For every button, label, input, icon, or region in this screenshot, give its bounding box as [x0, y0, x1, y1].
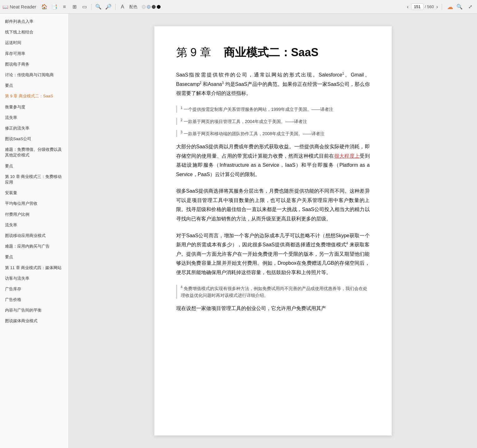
- search-icon-1[interactable]: 🔍: [94, 2, 103, 11]
- current-page-input[interactable]: [411, 3, 424, 10]
- toolbar: 📖 Neat Reader 🏠 📑 ≡ ⊞ ▭ 🔍 🔎 A 配色 ‹ / 560…: [0, 0, 477, 14]
- list-icon[interactable]: ≡: [60, 2, 69, 11]
- grid-icon[interactable]: ⊞: [70, 2, 79, 11]
- sidebar-item-online-offline[interactable]: 线下线上相结合: [0, 27, 68, 37]
- library-icon[interactable]: 🏠: [40, 2, 49, 11]
- page-icon[interactable]: ▭: [80, 2, 89, 11]
- sidebar-item-points-3[interactable]: 要点: [0, 252, 68, 262]
- footnote-1: 1 一个提供按需定制客户关系管理服务的网站，1999年成立于美国。——译者注: [176, 106, 370, 113]
- footnote-2: 2 一款基于网页的项目管理工具，2004年成立于美国。——译者注: [176, 118, 370, 125]
- sidebar-item-chapter11[interactable]: 第 11 章 商业模式四：媒体网站: [0, 263, 68, 273]
- sidebar: 邮件列表点入率 线下线上相结合 运送时间 库存可用率 图说电子商务 讨论：传统电…: [0, 14, 69, 448]
- paragraph-4: 对于SaaS公司而言，增加一个客户的边际成本几乎可以忽略不计（想想Skype获取…: [176, 231, 370, 277]
- sidebar-item-installs[interactable]: 安装量: [0, 188, 68, 198]
- page: 第 9 章 商业模式二：SaaS SaaS指按需提供软件的公司，通常以网站的形式…: [154, 26, 392, 436]
- sidebar-item-visitors[interactable]: 访客与流失率: [0, 273, 68, 284]
- sidebar-item-stock[interactable]: 库存可用率: [0, 48, 68, 59]
- sidebar-item-delivery-time[interactable]: 运送时间: [0, 37, 68, 48]
- footnote-4: 4 免费增值模式的实现有很多种方法，例如免费试用尚不完善的产品或使用优惠券等，我…: [176, 285, 370, 299]
- paragraph-3: 很多SaaS提供商选择将其服务分层出售，月费也随所提供功能的不同而不同。这种差异…: [176, 186, 370, 223]
- sidebar-item-points-1[interactable]: 要点: [0, 80, 68, 91]
- sidebar-item-ad-inventory[interactable]: 广告库存: [0, 284, 68, 294]
- color-options: [142, 5, 161, 9]
- sidebar-item-freemium[interactable]: 难题：免费增值、分级收费以及其他定价模式: [0, 144, 68, 160]
- separator-3: [442, 4, 442, 10]
- app-brand: 📖 Neat Reader: [2, 4, 36, 10]
- sidebar-item-churn-adjusted[interactable]: 修正的流失率: [0, 123, 68, 134]
- main-layout: 邮件列表点入率 线下线上相结合 运送时间 库存可用率 图说电子商务 讨论：传统电…: [0, 14, 477, 448]
- sidebar-item-mail-rate[interactable]: 邮件列表点入率: [0, 16, 68, 27]
- fullscreen-icon[interactable]: ⤢: [466, 2, 475, 11]
- sidebar-item-iap[interactable]: 难题：应用内购买与广告: [0, 241, 68, 252]
- underlined-phrase: 很大程度上: [334, 153, 360, 159]
- prev-page-button[interactable]: ‹: [405, 3, 410, 11]
- color-dot-dark[interactable]: [152, 5, 156, 9]
- separator-1: [91, 4, 92, 10]
- content-area[interactable]: 第 9 章 商业模式二：SaaS SaaS指按需提供软件的公司，通常以网站的形式…: [69, 14, 477, 448]
- paragraph-2: 大部分的SaaS提供商以月费或年费的形式获取收益。一些提供商会按实际硬件消耗，即…: [176, 142, 370, 179]
- font-size-icon[interactable]: A: [118, 2, 127, 11]
- color-dot-black[interactable]: [157, 5, 161, 9]
- sidebar-item-ad-price[interactable]: 广告价格: [0, 294, 68, 305]
- sidebar-item-ecommerce-discussion[interactable]: 讨论：传统电商与订阅电商: [0, 70, 68, 80]
- footnote-3: 3 一款基于网页和移动端的团队协作工具，2008年成立于美国。——译者注: [176, 130, 370, 137]
- color-dot-blue[interactable]: [147, 5, 151, 9]
- next-page-button[interactable]: ›: [435, 3, 439, 11]
- sidebar-item-chapter9[interactable]: 第 9 章 商业模式二：SaaS: [0, 91, 68, 101]
- sidebar-item-points-2[interactable]: 要点: [0, 161, 68, 171]
- toolbar-search-icon[interactable]: 🔍: [455, 2, 464, 11]
- sidebar-item-media-illustration[interactable]: 图说媒体商业模式: [0, 316, 68, 326]
- sidebar-item-churn-1[interactable]: 流失率: [0, 112, 68, 123]
- bookmark-icon[interactable]: 📑: [50, 2, 59, 11]
- toolbar-right: ☁ 🔍 ⤢: [447, 2, 475, 11]
- paragraph-5: 现在设想一家做项目管理工具的创业公司，它允许用户免费试用其产: [176, 304, 370, 313]
- sidebar-item-engagement[interactable]: 衡量参与度: [0, 102, 68, 112]
- sidebar-item-paid-ratio[interactable]: 付费用户比例: [0, 209, 68, 220]
- chapter-number: 第 9 章: [176, 46, 211, 59]
- sidebar-item-mobile-illustration[interactable]: 图说移动应用商业模式: [0, 230, 68, 241]
- sidebar-item-saas-illustration[interactable]: 图说SaaS公司: [0, 134, 68, 144]
- separator-2: [115, 4, 116, 10]
- color-label: 配色: [129, 4, 137, 10]
- paragraph-1: SaaS指按需提供软件的公司，通常以网站的形式出现。Salesforce1、Gm…: [176, 70, 370, 98]
- chapter-title: 第 9 章 商业模式二：SaaS: [176, 45, 370, 60]
- sidebar-item-arpu[interactable]: 平均每位用户营收: [0, 198, 68, 209]
- page-navigation: ‹ / 560 ›: [405, 3, 439, 11]
- sidebar-item-content-balance[interactable]: 内容与广告间的平衡: [0, 305, 68, 316]
- sidebar-item-chapter10[interactable]: 第 10 章 商业模式三：免费移动应用: [0, 171, 68, 188]
- sidebar-item-ecommerce-illustration[interactable]: 图说电子商务: [0, 59, 68, 70]
- search-icon-2[interactable]: 🔎: [104, 2, 113, 11]
- color-dot-white[interactable]: [142, 5, 146, 9]
- chapter-title-text: 商业模式二：SaaS: [224, 46, 319, 59]
- app-logo-icon: 📖: [2, 4, 8, 10]
- sidebar-item-churn-2[interactable]: 流失率: [0, 220, 68, 230]
- cloud-icon[interactable]: ☁: [447, 3, 453, 11]
- app-name: Neat Reader: [10, 4, 36, 9]
- total-pages: / 560: [425, 4, 434, 9]
